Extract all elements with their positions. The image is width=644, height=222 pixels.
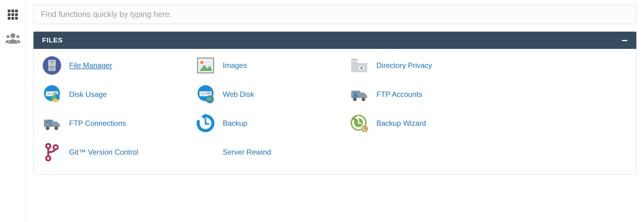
svg-rect-5 [15, 13, 18, 16]
item-ftp-connections[interactable]: FTP Connections [42, 113, 196, 133]
item-images[interactable]: Images [196, 56, 349, 75]
svg-point-11 [16, 35, 19, 38]
svg-rect-15 [49, 61, 54, 62]
item-label: FTP Connections [69, 119, 126, 128]
svg-rect-1 [11, 10, 14, 12]
sidebar [0, 0, 26, 222]
svg-rect-30 [53, 93, 57, 94]
svg-point-65 [46, 156, 50, 161]
picture-icon [196, 56, 215, 75]
item-label: FTP Accounts [376, 90, 422, 99]
item-disk-usage[interactable]: Disk Usage [42, 85, 196, 104]
svg-point-42 [354, 92, 357, 94]
item-label: Web Disk [223, 90, 254, 99]
item-web-disk[interactable]: Web Disk [196, 85, 349, 104]
svg-rect-62 [364, 129, 366, 129]
item-label: Directory Privacy [376, 61, 432, 70]
item-label: Server Rewind [223, 148, 271, 157]
users-icon [6, 32, 20, 46]
folder-eye-icon [349, 56, 369, 75]
svg-point-9 [10, 33, 15, 38]
main-area: FILES − [26, 0, 644, 222]
svg-point-25 [361, 68, 362, 69]
item-label: Backup [223, 119, 247, 128]
refresh-clock-icon [196, 113, 215, 133]
item-label: Disk Usage [69, 90, 107, 99]
svg-rect-18 [51, 69, 53, 69]
svg-rect-3 [8, 13, 10, 16]
svg-point-10 [6, 35, 10, 38]
svg-marker-52 [201, 113, 206, 120]
svg-point-29 [50, 93, 51, 94]
svg-point-40 [353, 97, 357, 101]
users-button[interactable] [6, 31, 20, 46]
svg-rect-4 [11, 13, 14, 16]
files-panel: FILES − [33, 31, 637, 175]
svg-rect-16 [51, 63, 53, 64]
svg-point-41 [362, 97, 365, 101]
disk-globe-icon [196, 85, 215, 104]
item-backup[interactable]: Backup [196, 113, 349, 133]
svg-point-21 [200, 61, 203, 64]
item-label: File Manager [69, 61, 112, 70]
item-git-version-control[interactable]: Git™ Version Control [42, 142, 196, 162]
svg-rect-6 [8, 17, 10, 20]
svg-rect-14 [48, 60, 56, 65]
svg-rect-2 [15, 10, 18, 12]
files-panel-title: FILES [42, 36, 63, 44]
svg-rect-39 [351, 91, 360, 98]
svg-rect-17 [49, 66, 54, 68]
refresh-wizard-icon [349, 113, 369, 133]
item-ftp-accounts[interactable]: FTP Accounts [349, 85, 503, 104]
item-label: Backup Wizard [376, 119, 426, 128]
files-panel-body: File Manager Images [33, 49, 636, 174]
git-branch-icon [42, 142, 62, 162]
item-label: Git™ Version Control [69, 148, 138, 157]
filing-cabinet-icon [42, 56, 62, 75]
disk-chart-icon [42, 85, 62, 104]
search-input[interactable] [33, 4, 637, 24]
blank-icon [196, 142, 215, 162]
item-server-rewind[interactable]: Server Rewind [196, 142, 349, 162]
svg-point-35 [204, 93, 205, 94]
apps-grid-button[interactable] [6, 8, 20, 23]
files-panel-header[interactable]: FILES − [33, 32, 636, 49]
svg-point-66 [53, 145, 58, 149]
apps-grid-icon [7, 9, 19, 22]
svg-point-28 [48, 93, 49, 94]
item-directory-privacy[interactable]: Directory Privacy [349, 56, 503, 75]
svg-rect-8 [15, 17, 18, 20]
item-label: Images [223, 61, 247, 70]
item-backup-wizard[interactable]: Backup Wizard [349, 113, 503, 133]
network-truck-icon [42, 113, 62, 133]
svg-point-34 [201, 93, 202, 94]
item-file-manager[interactable]: File Manager [42, 56, 196, 75]
svg-point-64 [46, 144, 50, 148]
user-truck-icon [349, 85, 369, 104]
svg-rect-7 [11, 17, 14, 20]
svg-point-45 [54, 126, 58, 130]
svg-rect-0 [8, 10, 10, 12]
svg-rect-36 [207, 93, 210, 94]
svg-point-44 [46, 126, 49, 130]
